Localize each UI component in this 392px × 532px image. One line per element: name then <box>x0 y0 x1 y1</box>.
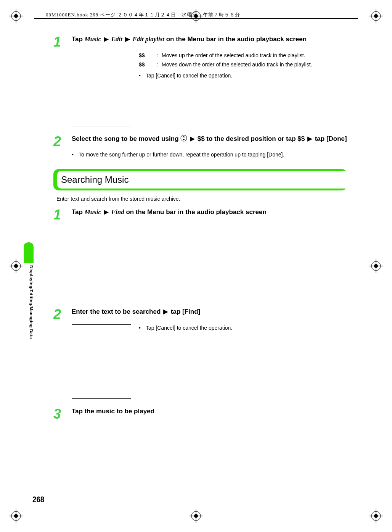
page-header-runner: 00M1000EN.book 268 ページ ２００４年１１月２４日 水曜日 午… <box>46 11 240 18</box>
table-row: $$ : Moves up the order of the selected … <box>139 52 312 60</box>
arrow-icon: ▶ <box>124 35 131 43</box>
note-text: Tap [Cancel] to cancel the operation. <box>146 72 312 80</box>
note-text: Tap [Cancel] to cancel the operation. <box>146 324 232 332</box>
menu-item-music: Music <box>85 35 101 43</box>
search-step-1-title: Tap Music ▶ Find on the Menu bar in the … <box>72 207 267 217</box>
step-number: 3 <box>53 407 61 421</box>
bullet-icon: • <box>139 72 146 80</box>
arrow-icon: ▶ <box>189 135 196 142</box>
screenshot-placeholder <box>72 52 131 126</box>
chapter-side-tab: Displaying/Editing/Managing Data <box>24 242 34 364</box>
crop-mark-icon <box>189 509 203 523</box>
colon-cell: : <box>157 61 162 69</box>
page-content: 1 Tap Music ▶ Edit ▶ Edit playlist on th… <box>53 34 347 424</box>
table-row: $$ : Moves down the order of the selecte… <box>139 61 312 69</box>
search-step-2-body: • Tap [Cancel] to cancel the operation. <box>72 324 347 399</box>
header-rule <box>34 18 358 19</box>
page-number: 268 <box>32 495 44 505</box>
text: on the Menu bar in the audio playback sc… <box>164 35 307 43</box>
section-intro: Enter text and search from the stored mu… <box>56 196 347 202</box>
text: Tap <box>72 35 85 43</box>
colon-cell: : <box>157 52 162 60</box>
note-bullet: • To move the song further up or further… <box>72 152 347 158</box>
arrow-icon: ▶ <box>103 208 109 216</box>
arrow-icon: ▶ <box>307 135 313 142</box>
search-step-2-title: Enter the text to be searched ▶ tap [Fin… <box>72 307 200 317</box>
step-2-note: • To move the song further up or further… <box>72 152 347 158</box>
step-number: 2 <box>53 135 61 148</box>
symbol-description-table: $$ : Moves up the order of the selected … <box>139 52 312 126</box>
step-2: 2 Select the song to be moved using ▶ $$… <box>53 134 347 148</box>
text: $$ to the desired position or tap $$ <box>196 135 307 142</box>
symbol-cell: $$ <box>139 52 157 60</box>
crop-mark-icon <box>369 509 383 523</box>
note-bullet: • Tap [Cancel] to cancel the operation. <box>139 72 312 80</box>
step-2-title: Select the song to be moved using ▶ $$ t… <box>72 134 347 145</box>
crop-mark-icon <box>9 9 23 23</box>
screenshot-placeholder <box>72 324 131 399</box>
section-heading-inner: Searching Music <box>57 171 347 189</box>
search-step-3: 3 Tap the music to be played <box>53 406 347 420</box>
step-number: 1 <box>53 35 61 49</box>
side-tab-accent <box>24 242 34 263</box>
symbol-cell: $$ <box>139 61 157 69</box>
side-tab-label: Displaying/Editing/Managing Data <box>24 264 34 339</box>
description-cell: Moves up the order of the selected audio… <box>162 52 312 60</box>
svg-marker-34 <box>183 139 185 140</box>
bullet-icon: • <box>72 152 79 158</box>
screenshot-placeholder <box>72 225 131 299</box>
crop-mark-icon <box>9 259 23 273</box>
search-step-3-title: Tap the music to be played <box>72 406 154 416</box>
crop-mark-icon <box>369 9 383 23</box>
document-page: 00M1000EN.book 268 ページ ２００４年１１月２４日 水曜日 午… <box>0 0 392 532</box>
step-1-title: Tap Music ▶ Edit ▶ Edit playlist on the … <box>72 34 307 44</box>
step-1-body: $$ : Moves up the order of the selected … <box>72 52 347 126</box>
menu-item-edit: Edit <box>111 35 122 43</box>
svg-marker-33 <box>183 136 185 137</box>
text: Tap <box>72 208 85 216</box>
menu-item-music: Music <box>85 208 101 216</box>
text: Enter the text to be searched <box>72 308 162 315</box>
text: on the Menu bar in the audio playback sc… <box>124 208 267 216</box>
arrow-icon: ▶ <box>162 308 169 315</box>
step-number: 2 <box>53 308 61 321</box>
search-step-2: 2 Enter the text to be searched ▶ tap [F… <box>53 307 347 321</box>
description-cell: Moves down the order of the selected aud… <box>162 61 312 69</box>
note-column: • Tap [Cancel] to cancel the operation. <box>139 324 232 399</box>
note-text: To move the song further up or further d… <box>79 152 347 158</box>
menu-item-find: Find <box>111 208 124 216</box>
search-step-1-body <box>72 225 347 299</box>
crop-mark-icon <box>369 259 383 273</box>
bullet-icon: • <box>139 324 146 332</box>
menu-item-edit-playlist: Edit playlist <box>132 35 164 43</box>
note-bullet: • Tap [Cancel] to cancel the operation. <box>139 324 232 332</box>
search-step-1: 1 Tap Music ▶ Find on the Menu bar in th… <box>53 207 347 221</box>
section-heading: Searching Music <box>53 169 347 190</box>
crop-mark-icon <box>9 509 23 523</box>
nav-key-icon <box>180 135 187 145</box>
text: Select the song to be moved using <box>72 135 180 142</box>
arrow-icon: ▶ <box>103 35 109 43</box>
section-heading-label: Searching Music <box>61 174 129 185</box>
text: tap [Done] <box>313 135 347 142</box>
step-number: 1 <box>53 208 61 222</box>
text: tap [Find] <box>169 308 200 315</box>
step-1: 1 Tap Music ▶ Edit ▶ Edit playlist on th… <box>53 34 347 48</box>
